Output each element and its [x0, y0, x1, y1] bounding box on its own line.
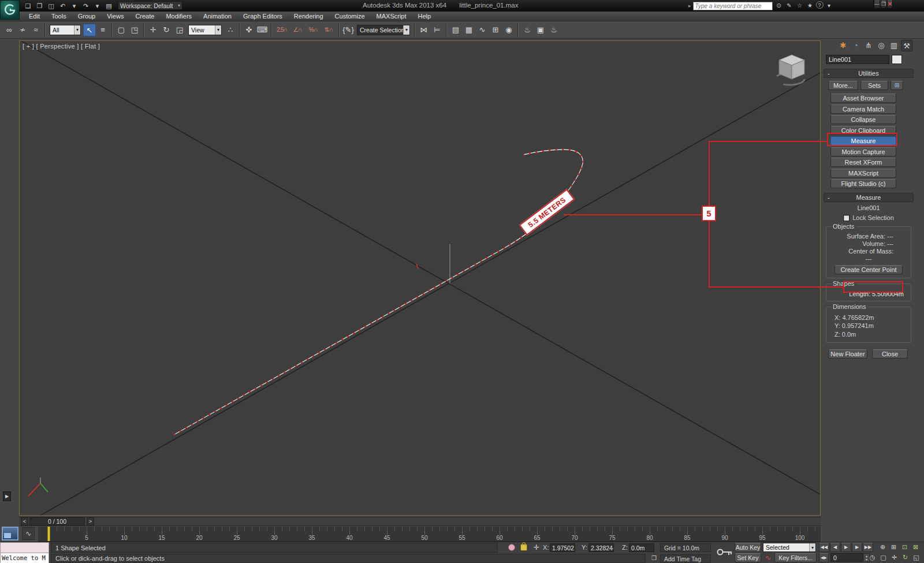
- graphite-ribbon-toggle-icon[interactable]: ▦: [463, 24, 475, 36]
- utility-color-clipboard-button[interactable]: Color Clipboard: [830, 126, 896, 135]
- undo-icon[interactable]: ↶: [58, 1, 68, 10]
- new-floater-button[interactable]: New Floater: [828, 349, 867, 359]
- angle-snap-icon[interactable]: ∠∩: [290, 24, 305, 36]
- tab-utilities[interactable]: ⚒: [901, 40, 912, 51]
- menu-customize[interactable]: Customize: [329, 12, 371, 21]
- more-button[interactable]: More...: [828, 81, 858, 90]
- tab-display[interactable]: ▥: [888, 40, 900, 51]
- play-button[interactable]: ▶: [841, 543, 851, 552]
- redo-icon[interactable]: ↷: [81, 1, 91, 10]
- auto-key-button[interactable]: Auto Key: [735, 543, 761, 552]
- mirror-icon[interactable]: ⋈: [418, 24, 430, 36]
- close-button[interactable]: ✕: [887, 0, 893, 9]
- time-configuration-icon[interactable]: ◷: [867, 553, 877, 562]
- keyboard-shortcut-override-icon[interactable]: ⌨: [256, 24, 269, 36]
- zoom-extents-all-icon[interactable]: ⊠: [911, 543, 921, 552]
- communication-center-icon[interactable]: ☆: [795, 1, 804, 10]
- lock-selection-checkbox[interactable]: [843, 215, 850, 221]
- schematic-view-icon[interactable]: ⊞: [489, 24, 502, 36]
- close-button[interactable]: Close: [872, 349, 908, 359]
- zoom-all-icon[interactable]: ⊞: [889, 543, 899, 552]
- menu-maxscript[interactable]: MAXScript: [371, 12, 412, 21]
- z-coordinate-field[interactable]: 0.0m: [629, 543, 654, 552]
- key-mode-toggle-button[interactable]: ◀▶: [819, 553, 829, 562]
- viewport-canvas[interactable]: [20, 41, 820, 515]
- menu-rendering[interactable]: Rendering: [288, 12, 329, 21]
- key-tangent-icon[interactable]: ∿: [763, 554, 773, 562]
- menu-graph-editors[interactable]: Graph Editors: [237, 12, 288, 21]
- undo-dropdown-icon[interactable]: ▾: [69, 1, 79, 10]
- go-to-end-button[interactable]: ▶▶: [863, 543, 873, 552]
- select-by-name-icon[interactable]: ≡: [96, 24, 109, 36]
- menu-help[interactable]: Help: [412, 12, 437, 21]
- minimize-button[interactable]: —: [874, 0, 880, 9]
- render-setup-icon[interactable]: ♨: [521, 24, 534, 36]
- add-time-tag-field[interactable]: Add Time Tag: [660, 554, 711, 563]
- menu-tools[interactable]: Tools: [46, 12, 72, 21]
- next-frame-arrow[interactable]: >: [87, 517, 94, 525]
- next-frame-button[interactable]: ▶: [852, 543, 862, 552]
- utilities-rollout-header[interactable]: - Utilities: [824, 69, 914, 78]
- time-slider-value[interactable]: 0 / 100: [29, 517, 85, 525]
- edit-named-selection-sets-icon[interactable]: {✎}: [342, 24, 355, 36]
- rectangular-selection-region-icon[interactable]: ▢: [115, 24, 128, 36]
- object-color-swatch[interactable]: [892, 55, 902, 64]
- time-slider-handle[interactable]: [47, 526, 50, 542]
- select-and-scale-icon[interactable]: ◲: [173, 24, 186, 36]
- infocenter-expand-icon[interactable]: ▸: [688, 3, 691, 9]
- utility-reset-xform-button[interactable]: Reset XForm: [830, 158, 896, 167]
- menu-group[interactable]: Group: [72, 12, 102, 21]
- current-frame-field[interactable]: 0: [830, 553, 863, 562]
- tab-hierarchy[interactable]: ⋔: [863, 40, 874, 51]
- open-mini-curve-editor-button[interactable]: [2, 527, 18, 540]
- menu-views[interactable]: Views: [101, 12, 129, 21]
- favorites-icon[interactable]: ★: [806, 1, 815, 10]
- go-to-start-button[interactable]: ◀◀: [819, 543, 829, 552]
- isolate-selection-icon[interactable]: [508, 544, 515, 551]
- menu-modifiers[interactable]: Modifiers: [160, 12, 198, 21]
- transform-gizmo-icon[interactable]: ✛: [532, 543, 541, 552]
- utility-collapse-button[interactable]: Collapse: [830, 115, 896, 124]
- redo-dropdown-icon[interactable]: ▾: [92, 1, 102, 10]
- maximize-viewport-toggle-icon[interactable]: ◱: [911, 553, 921, 562]
- select-and-move-icon[interactable]: ✛: [147, 24, 159, 36]
- measure-rollout-header[interactable]: - Measure: [824, 193, 914, 202]
- utility-motion-capture-button[interactable]: Motion Capture: [830, 147, 896, 156]
- search-input[interactable]: [693, 2, 773, 10]
- menu-edit[interactable]: Edit: [23, 12, 46, 21]
- help-dropdown-icon[interactable]: ▾: [825, 1, 834, 10]
- spinner-snap-icon[interactable]: ⇅∩: [321, 24, 336, 36]
- utility-camera-match-button[interactable]: Camera Match: [830, 105, 896, 114]
- zoom-icon[interactable]: ⊕: [878, 543, 888, 552]
- material-editor-icon[interactable]: ◉: [502, 24, 515, 36]
- select-and-manipulate-icon[interactable]: ✜: [243, 24, 255, 36]
- menu-animation[interactable]: Animation: [198, 12, 237, 21]
- configure-button-sets-icon[interactable]: ⊞: [891, 81, 903, 90]
- create-center-point-button[interactable]: Create Center Point: [834, 265, 903, 274]
- key-filters-button[interactable]: Key Filters...: [774, 553, 817, 562]
- selection-filter-dropdown[interactable]: All ▾: [50, 25, 81, 35]
- utility-maxscript-button[interactable]: MAXScript: [830, 169, 896, 178]
- trackbar-mode-icon[interactable]: ∿: [22, 527, 35, 540]
- tab-create[interactable]: ✱: [837, 40, 849, 51]
- spline-line001[interactable]: [174, 150, 583, 435]
- tab-modify[interactable]: ◔: [850, 40, 862, 51]
- subscription-center-icon[interactable]: ✎: [785, 1, 794, 10]
- bind-to-space-warp-icon[interactable]: ≈: [29, 24, 42, 36]
- object-name-field[interactable]: Line001: [826, 55, 889, 64]
- selection-set-dropdown[interactable]: Selected ▾: [763, 543, 816, 552]
- viewport-layout-tab-button[interactable]: ▶: [3, 491, 11, 501]
- reference-coordinate-dropdown[interactable]: View ▾: [188, 25, 222, 35]
- utility-flight-studio-button[interactable]: Flight Studio (c): [830, 179, 896, 188]
- set-key-button[interactable]: Set Key: [735, 553, 761, 562]
- previous-frame-button[interactable]: ◀: [830, 543, 840, 552]
- layer-manager-icon[interactable]: ▤: [449, 24, 462, 36]
- open-file-icon[interactable]: ❐: [35, 1, 44, 10]
- track-bar-ruler[interactable]: 5101520253035404550556065707580859095100: [38, 526, 821, 542]
- field-of-view-icon[interactable]: ▢: [878, 553, 888, 562]
- snaps-toggle-icon[interactable]: 2.5∩: [274, 24, 289, 36]
- perspective-viewport[interactable]: [ + ] [ Perspective ] [ Flat ]: [19, 40, 821, 516]
- search-communities-icon[interactable]: ⊙: [774, 1, 784, 10]
- align-icon[interactable]: ⊨: [431, 24, 444, 36]
- select-and-rotate-icon[interactable]: ↻: [160, 24, 173, 36]
